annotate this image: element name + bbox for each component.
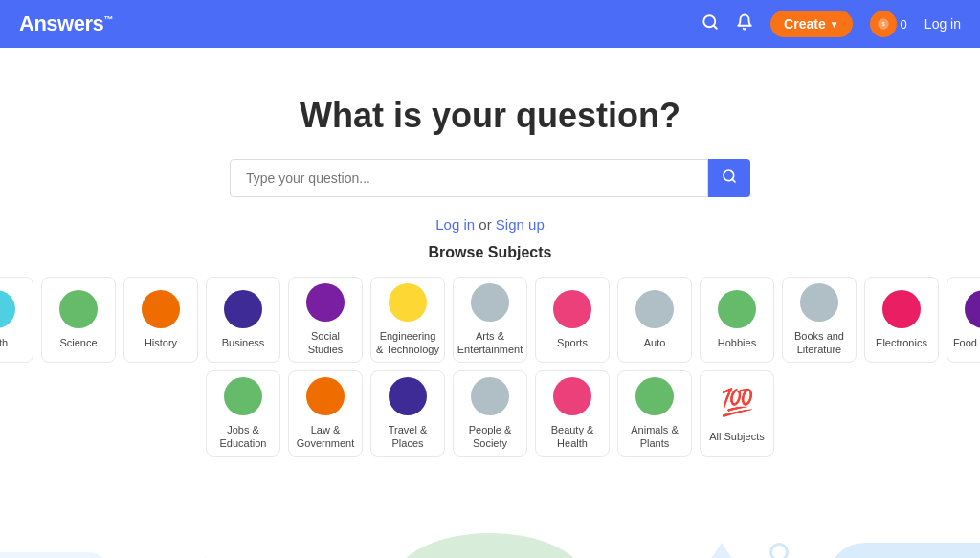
search-input[interactable] (230, 159, 708, 197)
header-right: Create ▼ $ 0 Log in (702, 11, 961, 37)
subject-label: Food & Drink (949, 336, 980, 349)
auth-links: Log in or Sign up (19, 216, 961, 233)
subject-icon (0, 290, 15, 328)
subject-icon (471, 283, 509, 322)
subject-card[interactable]: Arts & Entertainment (453, 277, 527, 363)
subject-icon (800, 283, 838, 322)
deco-circle-1 (769, 543, 789, 558)
subject-label: Auto (640, 336, 670, 349)
subjects-row-1: MathScienceHistoryBusinessSocial Studies… (0, 277, 980, 363)
subject-icon (389, 377, 427, 415)
subject-icon (306, 283, 345, 322)
subjects-grid: MathScienceHistoryBusinessSocial Studies… (19, 277, 961, 457)
subject-icon (389, 283, 427, 322)
subject-label: Arts & Entertainment (454, 329, 526, 357)
bell-icon[interactable] (736, 13, 753, 35)
subject-card[interactable]: Law & Government (288, 370, 363, 457)
page-title: What is your question? (19, 96, 961, 136)
search-icon[interactable] (702, 13, 719, 35)
subject-label: Hobbies (714, 336, 760, 349)
subject-label: People & Society (454, 423, 526, 451)
subject-label: All Subjects (705, 430, 768, 443)
subject-card[interactable]: Animals & Plants (617, 370, 692, 457)
subject-icon (635, 290, 674, 328)
coins-area: $ 0 (870, 11, 907, 37)
subject-card[interactable]: 💯All Subjects (700, 370, 774, 457)
main-content: What is your question? Log in or Sign up… (0, 48, 980, 485)
background-decorations (0, 495, 980, 558)
search-bar (19, 159, 961, 197)
subject-label: Beauty & Health (536, 423, 609, 451)
coins-icon: $ (870, 11, 897, 37)
subject-icon (306, 377, 345, 415)
subject-card[interactable]: History (123, 277, 198, 363)
subject-label: Jobs & Education (207, 423, 279, 451)
subject-card[interactable]: Social Studies (288, 277, 363, 363)
subject-label: Engineering & Technology (371, 329, 444, 357)
login-link[interactable]: Log in (924, 16, 961, 32)
header: Answers™ Create ▼ $ 0 Log in (0, 0, 980, 48)
deco-blue-right (827, 543, 980, 558)
subject-card[interactable]: Hobbies (700, 277, 774, 363)
subject-card[interactable]: Engineering & Technology (370, 277, 445, 363)
svg-line-1 (714, 25, 717, 28)
search-button[interactable] (708, 159, 750, 197)
subject-icon (965, 290, 980, 328)
deco-triangle-2 (702, 543, 741, 558)
subject-label: History (141, 336, 181, 349)
subject-card[interactable]: Business (206, 277, 280, 363)
subject-label: Social Studies (289, 329, 362, 357)
signup-link[interactable]: Sign up (496, 216, 545, 233)
subject-label: Math (0, 336, 11, 349)
subject-icon (882, 290, 921, 328)
create-button[interactable]: Create ▼ (770, 11, 853, 37)
subject-icon (59, 290, 98, 328)
subject-card[interactable]: Beauty & Health (535, 370, 610, 457)
subject-card[interactable]: Sports (535, 277, 610, 363)
subject-icon (471, 377, 509, 415)
subjects-row-2: Jobs & EducationLaw & GovernmentTravel &… (206, 370, 774, 457)
subject-icon (553, 290, 591, 328)
subject-label: Business (218, 336, 269, 349)
deco-blue-left (0, 552, 115, 558)
subject-icon (142, 290, 180, 328)
chevron-down-icon: ▼ (830, 19, 839, 30)
subject-icon (224, 290, 262, 328)
svg-line-5 (732, 179, 735, 182)
subject-icon (718, 290, 756, 328)
logo: Answers™ (19, 11, 702, 36)
subject-card[interactable]: Jobs & Education (206, 370, 280, 457)
subject-label: Electronics (872, 336, 931, 349)
subject-icon: 💯 (718, 384, 756, 422)
subject-card[interactable]: People & Society (453, 370, 527, 457)
subject-label: Books and Literature (783, 329, 856, 357)
coins-count: 0 (901, 17, 907, 32)
subject-card[interactable]: Electronics (864, 277, 939, 363)
subject-label: Law & Government (289, 423, 362, 451)
subject-card[interactable]: Travel & Places (370, 370, 445, 457)
subject-label: Sports (553, 336, 591, 349)
subject-card[interactable]: Auto (617, 277, 692, 363)
subject-label: Science (56, 336, 100, 349)
subject-icon (635, 377, 674, 415)
subject-card[interactable]: Math (0, 277, 33, 363)
subject-label: Travel & Places (371, 423, 444, 451)
subject-label: Animals & Plants (618, 423, 691, 451)
browse-subjects-title: Browse Subjects (19, 244, 961, 261)
subject-card[interactable]: Books and Literature (782, 277, 857, 363)
subject-card[interactable]: Food & Drink (947, 277, 980, 363)
subject-icon (553, 377, 591, 415)
deco-green (394, 533, 586, 558)
subject-card[interactable]: Science (41, 277, 116, 363)
subject-icon (224, 377, 262, 415)
login-text-link[interactable]: Log in (435, 216, 475, 233)
